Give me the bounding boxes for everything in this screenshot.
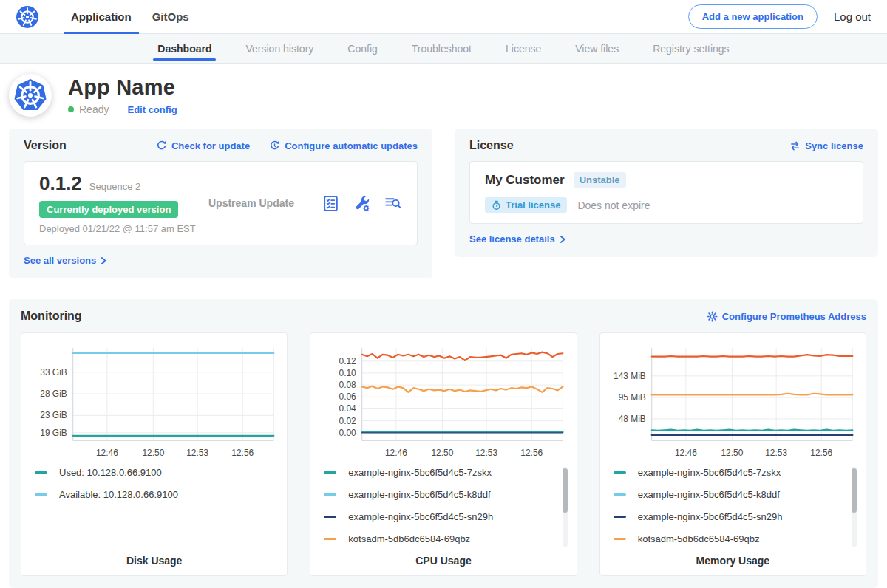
disk-usage-legend: Used: 10.128.0.66:9100Available: 10.128.… xyxy=(35,467,278,554)
tab-application-label: Application xyxy=(71,10,132,23)
legend-scrollbar-thumb[interactable] xyxy=(852,468,857,513)
memory-usage-card: 48 MiB95 MiB143 MiB12:4612:5012:5312:56 … xyxy=(599,332,866,576)
legend-item: example-nginx-5bc6f5d4c5-sn29h xyxy=(324,511,557,522)
svg-text:19 GiB: 19 GiB xyxy=(40,428,67,438)
add-application-button[interactable]: Add a new application xyxy=(688,4,818,29)
svg-text:12:56: 12:56 xyxy=(810,448,832,458)
disk-usage-card: 19 GiB23 GiB28 GiB33 GiB12:4612:5012:531… xyxy=(21,332,288,576)
svg-text:0.04: 0.04 xyxy=(339,403,357,414)
monitoring-section: Monitoring Configure Prometheus Address … xyxy=(9,299,878,588)
status-text: Ready xyxy=(79,103,109,115)
tab-application[interactable]: Application xyxy=(61,0,142,34)
see-license-details-link[interactable]: See license details xyxy=(469,233,566,245)
svg-text:0.06: 0.06 xyxy=(339,392,357,402)
legend-item: example-nginx-5bc6f5d4c5-7zskx xyxy=(614,467,846,478)
svg-text:12:50: 12:50 xyxy=(142,448,164,458)
cpu-usage-card: 0.000.020.040.060.080.100.1212:4612:5012… xyxy=(310,332,577,576)
divider xyxy=(118,104,118,115)
tab-dashboard[interactable]: Dashboard xyxy=(157,34,211,63)
check-for-update-label: Check for update xyxy=(171,140,250,151)
check-for-update-link[interactable]: Check for update xyxy=(156,140,250,151)
cards-row: Version Check for update Configure au xyxy=(0,129,887,278)
svg-text:12:56: 12:56 xyxy=(521,448,543,458)
svg-text:12:46: 12:46 xyxy=(96,448,118,458)
svg-text:0.12: 0.12 xyxy=(339,356,357,366)
legend-scrollbar[interactable] xyxy=(852,467,857,547)
svg-text:95 MiB: 95 MiB xyxy=(618,392,645,403)
svg-text:143 MiB: 143 MiB xyxy=(614,371,646,381)
tab-dashboard-label: Dashboard xyxy=(157,43,211,55)
legend-label: example-nginx-5bc6f5d4c5-7zskx xyxy=(348,467,492,478)
svg-text:28 GiB: 28 GiB xyxy=(40,389,67,399)
legend-item: kotsadm-5db6dc6584-69qbz xyxy=(324,533,557,544)
edit-config-link[interactable]: Edit config xyxy=(127,104,177,115)
legend-swatch xyxy=(35,493,47,496)
memory-usage-chart: 48 MiB95 MiB143 MiB12:4612:5012:5312:56 xyxy=(609,341,857,461)
legend-label: kotsadm-5db6dc6584-69qbz xyxy=(348,533,470,544)
tab-version-history[interactable]: Version history xyxy=(245,34,313,63)
version-card-title: Version xyxy=(24,139,67,152)
legend-label: kotsadm-5db6dc6584-69qbz xyxy=(638,533,760,544)
legend-label: example-nginx-5bc6f5d4c5-k8ddf xyxy=(348,489,490,500)
svg-text:0.10: 0.10 xyxy=(339,368,357,378)
svg-text:0.08: 0.08 xyxy=(339,380,357,390)
legend-item: example-nginx-5bc6f5d4c5-sn29h xyxy=(614,511,846,522)
chevron-right-icon xyxy=(560,235,566,244)
configure-prometheus-label: Configure Prometheus Address xyxy=(722,311,866,322)
license-card-title: License xyxy=(469,139,514,152)
wrench-gear-icon xyxy=(353,194,371,213)
legend-item: example-nginx-5bc6f5d4c5-7zskx xyxy=(324,467,557,478)
customer-name: My Customer xyxy=(485,173,565,188)
view-diff-button[interactable] xyxy=(384,194,402,213)
tab-config-label: Config xyxy=(347,43,377,55)
legend-swatch xyxy=(324,471,336,474)
legend-label: Available: 10.128.0.66:9100 xyxy=(59,489,178,500)
legend-label: Used: 10.128.0.66:9100 xyxy=(59,467,162,478)
configure-automatic-updates-link[interactable]: Configure automatic updates xyxy=(269,140,418,151)
svg-text:12:53: 12:53 xyxy=(186,448,208,458)
sync-icon xyxy=(789,140,801,151)
charts-row: 19 GiB23 GiB28 GiB33 GiB12:4612:5012:531… xyxy=(21,332,866,576)
tab-troubleshoot-label: Troubleshoot xyxy=(412,43,472,55)
edit-config-version-button[interactable] xyxy=(353,194,371,213)
svg-text:0.00: 0.00 xyxy=(339,428,357,438)
refresh-icon xyxy=(156,140,167,151)
sync-license-link[interactable]: Sync license xyxy=(789,140,863,151)
tab-troubleshoot[interactable]: Troubleshoot xyxy=(412,34,472,63)
logout-link[interactable]: Log out xyxy=(834,10,871,23)
tab-gitops[interactable]: GitOps xyxy=(142,0,200,34)
svg-text:33 GiB: 33 GiB xyxy=(40,367,67,377)
chevron-right-icon xyxy=(101,256,107,265)
see-all-versions-link[interactable]: See all versions xyxy=(24,255,107,266)
legend-swatch xyxy=(614,493,626,496)
tab-license[interactable]: License xyxy=(506,34,541,63)
tab-registry-settings-label: Registry settings xyxy=(653,43,729,55)
preflight-checks-button[interactable] xyxy=(322,194,340,213)
legend-label: example-nginx-5bc6f5d4c5-k8ddf xyxy=(638,489,780,500)
legend-item: kotsadm-5db6dc6584-69qbz xyxy=(614,533,846,544)
legend-swatch xyxy=(35,471,47,474)
configure-prometheus-link[interactable]: Configure Prometheus Address xyxy=(707,311,866,322)
legend-item: Used: 10.128.0.66:9100 xyxy=(35,467,268,478)
deployed-timestamp: Deployed 01/21/22 @ 11:57 am EST xyxy=(39,223,198,234)
legend-swatch xyxy=(614,471,626,474)
svg-text:12:46: 12:46 xyxy=(385,448,407,458)
tab-config[interactable]: Config xyxy=(347,34,377,63)
tab-view-files[interactable]: View files xyxy=(575,34,619,63)
cpu-usage-legend: example-nginx-5bc6f5d4c5-7zskxexample-ng… xyxy=(324,467,567,554)
legend-scrollbar-thumb[interactable] xyxy=(563,468,568,513)
version-source-label: Upstream Update xyxy=(198,197,322,209)
legend-swatch xyxy=(324,493,336,496)
stopwatch-icon xyxy=(492,200,501,211)
svg-text:0.02: 0.02 xyxy=(339,416,357,426)
legend-scrollbar[interactable] xyxy=(563,467,568,547)
svg-text:48 MiB: 48 MiB xyxy=(618,414,645,424)
chart-title: Memory Usage xyxy=(609,555,857,567)
version-card: Version Check for update Configure au xyxy=(9,129,432,278)
kubernetes-logo-icon[interactable] xyxy=(16,6,38,28)
app-sub-nav: Dashboard Version history Config Trouble… xyxy=(0,34,887,64)
license-inner-card: My Customer Unstable Trial license Does … xyxy=(469,161,863,224)
chart-title: CPU Usage xyxy=(319,555,567,567)
tab-version-history-label: Version history xyxy=(245,43,313,55)
tab-registry-settings[interactable]: Registry settings xyxy=(653,34,729,63)
